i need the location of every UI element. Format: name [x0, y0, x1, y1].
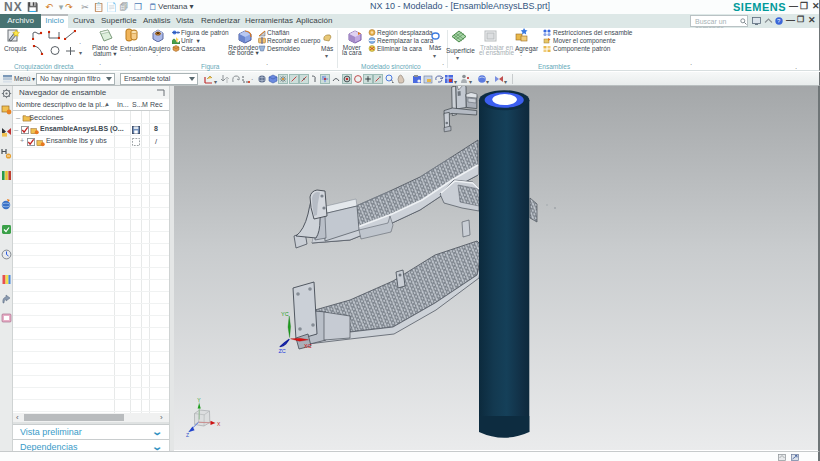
- svg-text:Z: Z: [186, 432, 189, 438]
- svg-text:XC: XC: [304, 343, 312, 349]
- svg-text:X: X: [217, 421, 221, 427]
- svg-text:ZC: ZC: [279, 348, 286, 354]
- svg-text:YC: YC: [281, 311, 289, 317]
- svg-text:Y: Y: [197, 397, 201, 403]
